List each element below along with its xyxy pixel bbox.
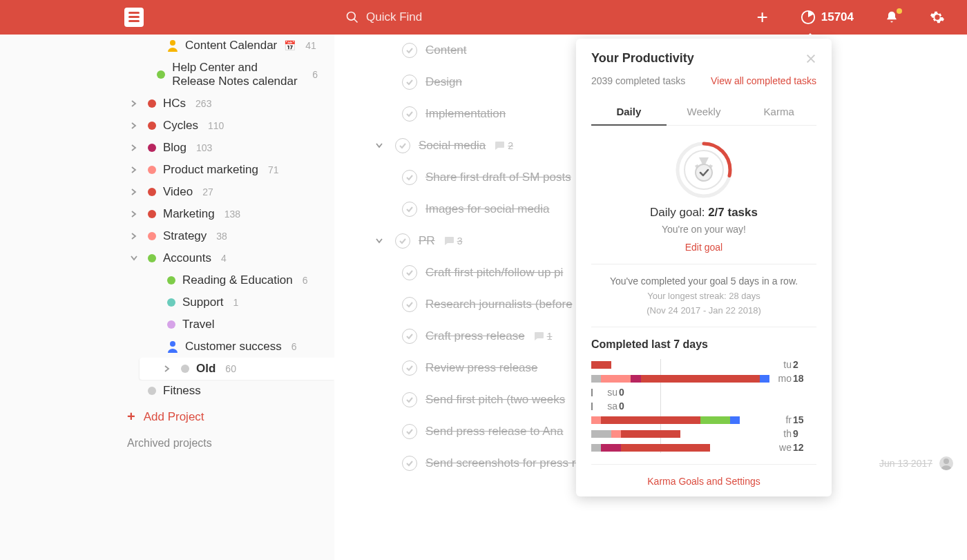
notification-dot-icon [897,8,902,14]
sidebar-project-item[interactable]: Old60 [140,358,334,380]
search-icon [345,10,359,24]
project-color-dot [148,387,156,395]
project-count: 263 [195,98,211,109]
quick-find[interactable]: Quick Find [345,10,422,24]
task-title: Send press release to Ana [425,425,563,438]
person-icon [167,39,178,52]
productivity-popover: Your Productivity 2039 completed tasks V… [576,39,832,496]
project-name: Cycles [163,119,198,133]
chevron-down-icon [376,143,383,148]
project-name: Strategy [163,229,207,243]
task-checkbox[interactable] [395,233,410,249]
task-title: PR [419,234,435,248]
sidebar-project-item[interactable]: Marketing138 [127,203,318,225]
add-project-button[interactable]: +Add Project [127,402,318,425]
chevron-right-icon [127,122,141,129]
sidebar-project-item[interactable]: Fitness [127,380,318,402]
task-checkbox[interactable] [402,106,417,122]
karma-settings-link[interactable]: Karma Goals and Settings [591,476,816,487]
view-all-link[interactable]: View all completed tasks [711,75,816,86]
chart-bar-row: we12 [591,442,816,453]
task-title: Share first draft of SM posts [425,171,571,184]
tab-weekly[interactable]: Weekly [667,99,742,125]
chart-day-label: tu [775,359,792,370]
completed-tasks-count: 2039 completed tasks [591,75,685,86]
search-placeholder: Quick Find [366,10,422,24]
sidebar-project-item[interactable]: Video27 [127,181,318,203]
sidebar-project-item[interactable]: Support1 [127,291,318,313]
archived-projects-link[interactable]: Archived projects [127,425,318,450]
task-checkbox[interactable] [402,424,417,439]
notifications-button[interactable] [884,10,899,25]
comment-count[interactable]: 2 [494,140,513,151]
sidebar-project-item[interactable]: Travel [127,313,318,336]
sidebar-project-item[interactable]: Help Center and Release Notes calendar6 [127,57,318,93]
task-checkbox[interactable] [402,297,417,312]
plus-icon: + [127,409,135,425]
sidebar-project-item[interactable]: Reading & Education6 [127,269,318,291]
settings-button[interactable] [930,10,945,25]
tab-karma[interactable]: Karma [741,99,816,125]
chart-day-label: sa [601,400,617,412]
chevron-down-icon [376,238,383,244]
add-task-button[interactable]: + [755,10,770,25]
task-checkbox[interactable] [402,43,417,58]
task-checkbox[interactable] [402,392,417,407]
task-title: Craft press release [425,329,525,343]
project-name: Support [182,296,224,309]
chart-day-value: 12 [793,442,810,453]
task-checkbox[interactable] [395,138,410,153]
task-checkbox[interactable] [402,170,417,185]
svg-point-4 [170,341,175,347]
project-color-dot [181,365,189,373]
sidebar-project-item[interactable]: Content Calendar📅41 [127,35,318,57]
project-name: Travel [182,318,215,331]
goal-threshold-line [660,359,661,453]
project-name: HCs [163,97,186,110]
comment-count[interactable]: 1 [533,331,553,342]
task-checkbox[interactable] [402,265,417,280]
project-count: 6 [303,275,308,286]
chart-day-label: fr [775,414,792,425]
popover-title: Your Productivity [591,51,694,66]
task-title: Social media [419,139,486,153]
streak-line-2: Your longest streak: 28 days [591,291,816,301]
project-count: 138 [224,209,240,220]
sidebar-project-item[interactable]: Cycles110 [127,115,318,137]
chevron-right-icon [127,100,141,107]
task-checkbox[interactable] [402,75,417,90]
sidebar-project-item[interactable]: HCs263 [127,93,318,115]
project-name: Product marketing [163,163,258,177]
task-checkbox[interactable] [402,360,417,376]
project-count: 41 [305,40,316,51]
sidebar: Content Calendar📅41Help Center and Relea… [0,35,334,560]
karma-score: 15704 [821,10,854,24]
chart-day-label: su [601,387,617,398]
streak-line-1: You've completed your goal 5 days in a r… [591,276,816,287]
project-color-dot [167,320,175,329]
todoist-logo-icon[interactable] [124,8,144,27]
tab-daily[interactable]: Daily [591,99,667,126]
task-checkbox[interactable] [402,329,417,344]
task-checkbox[interactable] [402,202,417,217]
sidebar-project-item[interactable]: Product marketing71 [127,159,318,181]
project-color-dot [148,188,156,196]
chart-bar-row: sa0 [591,400,816,412]
chart-day-value: 2 [793,359,810,370]
chart-bar-row: tu2 [591,359,816,370]
close-button[interactable] [805,53,816,64]
sidebar-project-item[interactable]: Blog103 [127,137,318,159]
comment-count[interactable]: 3 [443,235,463,247]
chevron-right-icon [127,211,141,218]
sidebar-project-item[interactable]: Customer success6 [127,336,318,358]
chevron-right-icon [160,365,174,372]
streak-line-3: (Nov 24 2017 - Jan 22 2018) [591,305,816,316]
task-title: Research journalists (before [425,298,573,311]
karma-score-button[interactable]: 15704 [801,10,854,25]
sidebar-project-item[interactable]: Strategy38 [127,225,318,247]
project-count: 60 [225,363,236,374]
task-checkbox[interactable] [402,456,417,471]
edit-goal-link[interactable]: Edit goal [591,242,816,253]
svg-point-3 [170,40,175,46]
sidebar-project-item[interactable]: Accounts4 [127,247,318,269]
